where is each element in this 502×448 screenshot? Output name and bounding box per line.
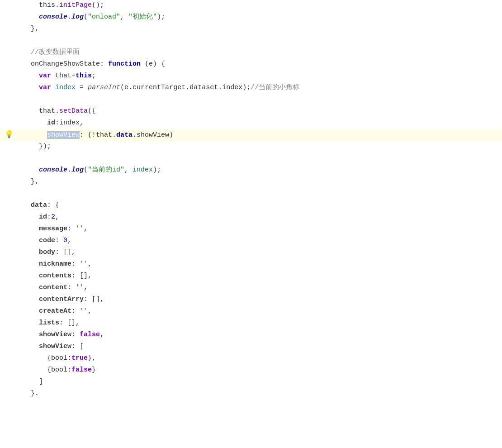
token: false: [71, 366, 92, 374]
token: .currentTarget.dataset.index);: [128, 84, 251, 91]
code-line: showView: false,: [0, 329, 502, 341]
code-line: [0, 35, 502, 47]
code-line: var that=this;: [0, 71, 502, 82]
token: :: [71, 260, 80, 268]
token: :index,: [55, 119, 84, 127]
token: ,: [84, 284, 88, 291]
code-line: lists: [],: [0, 318, 502, 329]
token: :: [47, 213, 51, 221]
token: [23, 84, 39, 91]
code-line: }.: [0, 388, 502, 400]
line-code: id:2,: [18, 212, 502, 223]
token: ;: [92, 72, 96, 80]
code-line: {bool:true},: [0, 353, 502, 365]
line-code: {bool:true},: [18, 353, 502, 364]
token: '': [80, 307, 88, 315]
code-line: onChangeShowState: function (e) {: [0, 59, 502, 71]
token: );: [157, 13, 165, 21]
token: showView: [23, 331, 71, 338]
token: e: [124, 84, 128, 91]
token: index: [133, 166, 153, 174]
line-code: },: [18, 176, 502, 187]
code-line: console.log("当前的id", index);: [0, 165, 502, 176]
token: (: [84, 13, 88, 21]
line-code: body: [],: [18, 247, 502, 258]
code-line: data: {: [0, 200, 502, 212]
token: var: [39, 72, 51, 80]
token: : [: [71, 343, 84, 350]
token: });: [23, 143, 51, 150]
code-line: that.setData({: [0, 106, 502, 118]
code-line: var index = parseInt(e.currentTarget.dat…: [0, 82, 502, 94]
line-code: that.setData({: [18, 106, 502, 117]
token: index: [51, 84, 76, 91]
token: id: [23, 119, 55, 127]
code-line: code: 0,: [0, 235, 502, 247]
token: : (: [80, 131, 92, 139]
line-code: this.initPage();: [18, 0, 502, 11]
line-code: var that=this;: [18, 71, 502, 81]
token: :: [67, 225, 76, 233]
token: ({: [88, 107, 96, 115]
code-line: [0, 153, 502, 165]
token: nickname: [23, 260, 71, 268]
token: (: [84, 166, 88, 174]
token: : {: [47, 201, 59, 209]
token: }.: [23, 390, 39, 397]
code-line: console.log("onload", "初始化");: [0, 12, 502, 24]
token: showView: [47, 131, 80, 139]
code-line: //改变数据里面: [0, 47, 502, 59]
token: =: [76, 84, 88, 91]
token: parseInt: [88, 84, 120, 91]
code-line: contentArry: [],: [0, 294, 502, 306]
token: :: [67, 284, 76, 291]
token: (: [141, 60, 149, 68]
line-code: createAt: '',: [18, 306, 502, 317]
token: that: [51, 72, 71, 80]
token: ,: [88, 260, 92, 268]
token: content: [23, 284, 67, 291]
line-code: code: 0,: [18, 235, 502, 246]
token: :: [71, 331, 80, 338]
code-line: id:index,: [0, 118, 502, 129]
token: setData: [59, 107, 88, 115]
token: createAt: [23, 307, 71, 315]
code-line: content: '',: [0, 282, 502, 294]
token: code: [23, 237, 55, 244]
token: : [],: [71, 272, 92, 280]
token: this.: [23, 1, 59, 9]
token: //当前的小角标: [251, 84, 299, 91]
line-code: contentArry: [],: [18, 294, 502, 305]
token: ();: [92, 1, 104, 9]
token: [23, 166, 39, 174]
token: '': [76, 225, 84, 233]
line-code: showView: false,: [18, 329, 502, 340]
token: e: [149, 60, 153, 68]
token: //改变数据里面: [23, 48, 80, 56]
code-line: id:2,: [0, 212, 502, 224]
line-code: [18, 35, 502, 46]
line-code: showView: [: [18, 341, 502, 352]
line-code: console.log("onload", "初始化");: [18, 12, 502, 23]
code-line: body: [],: [0, 247, 502, 259]
token: .showView): [133, 131, 173, 139]
token: '': [76, 284, 84, 291]
token: .: [67, 13, 71, 21]
code-line: ]: [0, 377, 502, 388]
token: false: [80, 331, 100, 338]
token: =: [71, 72, 76, 80]
token: }: [92, 366, 96, 374]
token: function: [108, 60, 141, 68]
line-code: message: '',: [18, 224, 502, 234]
token: '': [80, 260, 88, 268]
token: data: [23, 201, 47, 209]
line-code: ]: [18, 377, 502, 387]
bulb-icon[interactable]: 💡: [5, 129, 14, 141]
token: ,: [67, 237, 71, 244]
token: ,: [88, 307, 92, 315]
line-code: console.log("当前的id", index);: [18, 165, 502, 176]
token: initPage: [59, 1, 92, 9]
token: id: [23, 213, 47, 221]
code-line: },: [0, 176, 502, 188]
token: "初始化": [128, 13, 157, 21]
